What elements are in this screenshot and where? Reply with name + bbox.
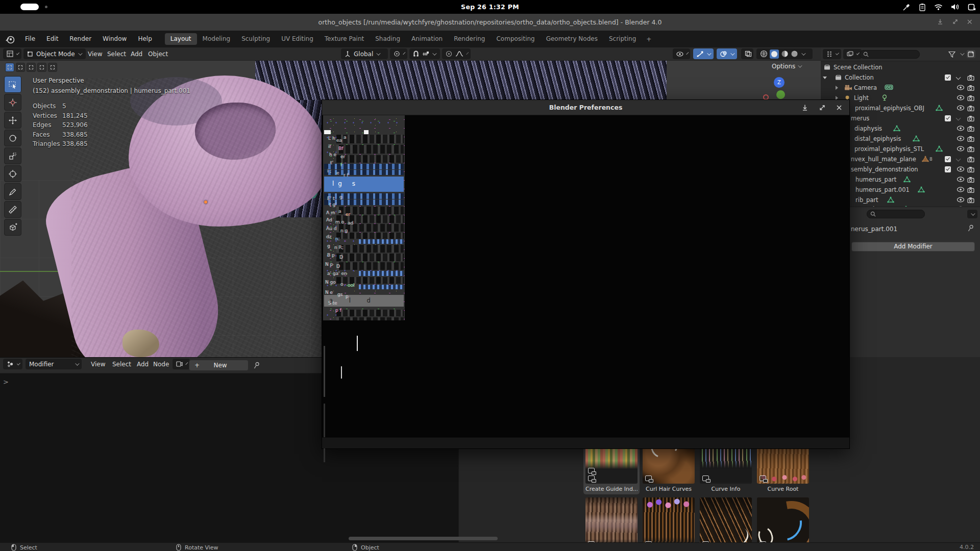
blender-logo-icon[interactable] bbox=[5, 34, 15, 44]
volume-icon[interactable] bbox=[951, 4, 960, 10]
hide-eye-icon[interactable] bbox=[957, 105, 965, 111]
workspace-tab-sculpting[interactable]: Sculpting bbox=[236, 33, 276, 45]
workspace-tab-modeling[interactable]: Modeling bbox=[197, 33, 236, 45]
properties-options-button[interactable] bbox=[967, 210, 977, 218]
xray-toggle[interactable] bbox=[741, 48, 753, 59]
outliner-row-scene-collection[interactable]: Scene Collection bbox=[821, 62, 980, 72]
disable-render-camera-icon[interactable] bbox=[967, 187, 974, 193]
outliner-item-label[interactable]: nvex_hull_mate_plane bbox=[851, 156, 916, 163]
tool-add-cube-button[interactable] bbox=[4, 219, 21, 236]
orientation-dropdown[interactable]: Global bbox=[341, 48, 388, 59]
new-nodetree-button[interactable]: + New bbox=[189, 360, 249, 371]
node-tree-type-dropdown[interactable]: Modifier bbox=[26, 359, 82, 369]
shading-material-icon[interactable] bbox=[781, 50, 789, 58]
close-x-icon[interactable] bbox=[967, 18, 973, 25]
disable-render-camera-icon[interactable] bbox=[967, 105, 974, 111]
viewport-menu-view[interactable]: View bbox=[88, 47, 102, 61]
add-workspace-button[interactable]: + bbox=[642, 36, 656, 43]
select-mode-icon-0[interactable] bbox=[5, 63, 14, 72]
viewlayer-checkbox[interactable] bbox=[945, 115, 951, 121]
node-menu-select[interactable]: Select bbox=[112, 358, 131, 371]
hide-eye-icon[interactable] bbox=[957, 166, 965, 172]
node-browse-button[interactable] bbox=[173, 359, 190, 369]
import-preferences-icon[interactable] bbox=[801, 104, 808, 111]
outliner-item-label[interactable]: diaphysis bbox=[854, 125, 882, 132]
disable-render-camera-icon[interactable] bbox=[967, 197, 974, 203]
asset-thumbnail[interactable] bbox=[700, 497, 752, 549]
shading-rendered-icon[interactable] bbox=[791, 50, 798, 58]
system-tray[interactable] bbox=[902, 0, 976, 14]
horizontal-scrollbar[interactable] bbox=[349, 537, 498, 540]
disable-render-camera-icon[interactable] bbox=[967, 156, 974, 162]
select-mode-icon-4[interactable] bbox=[48, 63, 57, 72]
hide-eye-icon[interactable] bbox=[957, 187, 965, 192]
disable-render-camera-icon[interactable] bbox=[967, 136, 974, 142]
menu-edit[interactable]: Edit bbox=[41, 31, 64, 47]
viewlayer-checkbox[interactable] bbox=[945, 166, 951, 172]
shading-wireframe-icon[interactable] bbox=[760, 50, 768, 58]
outliner-item-label[interactable]: Collection bbox=[845, 74, 874, 81]
download-icon[interactable] bbox=[937, 18, 944, 25]
outliner-editor-type-button[interactable] bbox=[823, 49, 841, 59]
disable-render-camera-icon[interactable] bbox=[967, 146, 974, 152]
workspace-tab-rendering[interactable]: Rendering bbox=[448, 33, 491, 45]
outliner-display-mode[interactable] bbox=[843, 49, 862, 59]
select-mode-icon-3[interactable] bbox=[37, 63, 46, 72]
viewport-menu-add[interactable]: Add bbox=[131, 47, 142, 61]
tool-select-box-button[interactable] bbox=[4, 76, 21, 93]
workspace-tab-geometry-nodes[interactable]: Geometry Nodes bbox=[541, 33, 603, 45]
chevron-down-icon[interactable] bbox=[956, 116, 961, 121]
node-editor-type-button[interactable] bbox=[3, 359, 22, 369]
pin-icon[interactable] bbox=[968, 224, 974, 232]
proportional-edit-group[interactable] bbox=[442, 48, 471, 59]
pin-icon[interactable] bbox=[254, 362, 260, 369]
outliner-item-label[interactable]: Scene Collection bbox=[834, 64, 883, 71]
wifi-icon[interactable] bbox=[934, 4, 943, 10]
disable-render-camera-icon[interactable] bbox=[967, 166, 974, 172]
menu-window[interactable]: Window bbox=[97, 31, 132, 47]
chevron-down-icon[interactable] bbox=[956, 75, 961, 80]
node-menu-view[interactable]: View bbox=[91, 358, 105, 371]
menu-help[interactable]: Help bbox=[132, 31, 157, 47]
menu-render[interactable]: Render bbox=[64, 31, 97, 47]
hide-eye-icon[interactable] bbox=[957, 85, 965, 90]
pivot-point-button[interactable] bbox=[390, 48, 407, 59]
resize-icon[interactable] bbox=[952, 18, 959, 25]
outliner-item-label[interactable]: sembly_demonstration bbox=[851, 166, 918, 173]
clipboard-icon[interactable] bbox=[919, 3, 926, 11]
disable-render-camera-icon[interactable] bbox=[967, 177, 974, 183]
outliner-item-label[interactable]: rib_part bbox=[855, 196, 878, 204]
new-collection-icon[interactable] bbox=[967, 50, 975, 58]
outliner-item-label[interactable]: humerus_part bbox=[855, 176, 896, 183]
workspace-tab-texture-paint[interactable]: Texture Paint bbox=[319, 33, 370, 45]
viewport-menu-object[interactable]: Object bbox=[148, 47, 168, 61]
properties-search-input[interactable] bbox=[867, 210, 925, 218]
tool-measure-button[interactable] bbox=[4, 201, 21, 218]
tool-rotate-button[interactable] bbox=[4, 130, 21, 146]
viewport-menu-select[interactable]: Select bbox=[107, 47, 126, 61]
workspace-tab-uv-editing[interactable]: UV Editing bbox=[276, 33, 319, 45]
axis-gizmo-z-ball[interactable]: Z bbox=[774, 77, 785, 88]
outliner-item-label[interactable]: merus bbox=[851, 115, 869, 122]
disable-render-camera-icon[interactable] bbox=[967, 74, 974, 81]
disable-render-camera-icon[interactable] bbox=[967, 115, 974, 121]
visibility-dropdown[interactable] bbox=[673, 48, 690, 59]
eyedropper-icon[interactable] bbox=[902, 3, 911, 11]
outliner-item-label[interactable]: Light bbox=[854, 94, 869, 102]
outliner-item-label[interactable]: humerus_part.001 bbox=[855, 186, 910, 193]
workspace-tab-layout[interactable]: Layout bbox=[165, 33, 197, 45]
hide-eye-icon[interactable] bbox=[957, 197, 965, 203]
shading-solid-icon[interactable] bbox=[770, 49, 779, 59]
viewlayer-checkbox[interactable] bbox=[945, 156, 951, 162]
tool-annotate-button[interactable] bbox=[4, 183, 21, 200]
chevron-down-icon[interactable] bbox=[956, 157, 961, 162]
workspace-tab-scripting[interactable]: Scripting bbox=[603, 33, 642, 45]
preferences-sidebar-glitched[interactable]: lg sa l dx xx xxx x xx xxx x xxL heaailB… bbox=[323, 115, 405, 320]
snap-button-group[interactable] bbox=[409, 48, 440, 59]
outliner-item-label[interactable]: distal_epiphysis bbox=[854, 135, 901, 142]
maximize-icon[interactable] bbox=[819, 104, 826, 111]
node-menu-node[interactable]: Node bbox=[153, 358, 169, 371]
outliner-row-collection[interactable]: Collection bbox=[821, 72, 980, 83]
workspace-tab-compositing[interactable]: Compositing bbox=[491, 33, 540, 45]
mode-dropdown[interactable]: Object Mode bbox=[23, 48, 86, 59]
